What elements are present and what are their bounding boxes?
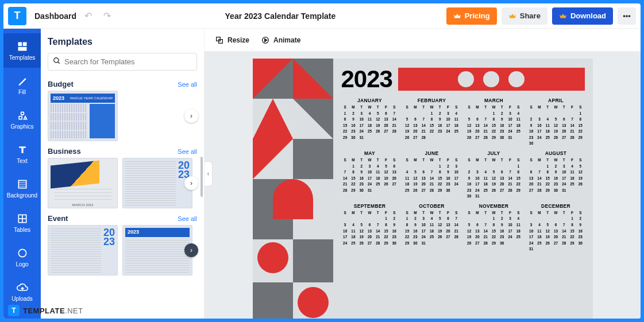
day-cell: 11 [365,117,373,123]
rail-label: Tables [14,227,30,233]
dow-header: S [452,210,460,216]
template-thumb[interactable]: 2023WHOLE YEAR CALENDAR [48,91,118,141]
day-cell: 6 [390,164,398,170]
day-cell: 10 [341,228,349,235]
seeall-event[interactable]: See all [178,215,197,222]
carousel-next-button[interactable]: › [184,176,198,190]
rail-label: Logo [16,261,28,267]
dow-header: W [365,157,373,164]
day-cell: 26 [411,188,419,194]
rail-item-uploads[interactable]: Uploads [3,274,41,309]
day-cell: 27 [498,188,506,194]
search-field[interactable] [64,57,192,66]
collapse-panel-button[interactable]: ‹ [205,161,213,187]
day-cell: 3 [365,164,373,170]
rail-item-text[interactable]: Text [3,137,41,171]
day-cell: 9 [390,222,398,228]
day-cell: 13 [419,176,427,182]
day-cell: 2 [576,216,584,222]
rail-label: Background [7,192,37,199]
search-templates-input[interactable] [48,53,197,71]
dow-header: S [514,157,522,164]
carousel-next-button[interactable]: › [184,243,198,257]
day-cell: 25 [481,188,489,194]
day-cell: 19 [465,234,473,240]
rail-item-fill[interactable]: Fill [3,68,41,102]
rail-item-graphics[interactable]: Graphics [3,102,41,137]
day-cell: 12 [465,228,473,235]
day-cell: 18 [365,123,373,129]
day-cell: 16 [411,228,419,235]
animate-button[interactable]: Animate [261,36,300,45]
crown-icon [453,12,461,20]
day-cell: 31 [357,135,365,141]
dow-header: S [403,104,411,111]
resize-button[interactable]: Resize [215,36,249,45]
day-cell: 4 [514,216,522,222]
redo-button[interactable]: ↷ [100,8,114,24]
more-button[interactable]: ••• [618,7,636,25]
rail-item-templates[interactable]: Templates [3,33,41,68]
day-cell: 31 [419,240,427,247]
day-cell: 5 [465,117,473,123]
day-cell: 1 [349,164,357,170]
document-title: Year 2023 Calendar Template [225,11,336,21]
download-button[interactable]: Download [552,7,613,25]
dow-header: M [535,104,543,111]
day-cell: 24 [357,129,365,135]
dow-header: T [481,157,489,164]
day-cell: 24 [506,234,514,240]
rail-item-background[interactable]: Background [3,171,41,205]
day-cell: 21 [419,129,427,135]
dow-header: T [543,104,552,111]
day-cell: 10 [444,117,452,123]
template-thumb[interactable]: 2023 [122,225,192,276]
month-name: SEPTEMBER [341,203,399,209]
day-cell: 4 [374,164,382,170]
pricing-button[interactable]: Pricing [446,7,497,25]
day-cell: 3 [473,169,481,176]
day-cell: 15 [403,228,411,235]
day-cell: 8 [514,169,522,176]
day-cell: 17 [527,234,535,240]
dow-header: F [382,104,390,111]
day-cell: 9 [436,117,444,123]
day-cell: 24 [527,240,535,247]
day-cell: 19 [382,176,390,182]
day-cell: 20 [473,129,481,135]
dow-header: S [390,210,398,216]
template-thumb[interactable]: 2023 [48,225,118,276]
undo-button[interactable]: ↶ [81,8,95,24]
day-cell: 22 [382,234,390,240]
rail-item-tables[interactable]: Tables [3,205,41,240]
dow-header: F [382,210,390,216]
seeall-business[interactable]: See all [178,148,197,155]
share-button[interactable]: Share [502,7,547,25]
dow-header: F [444,104,452,111]
day-cell: 30 [527,141,535,147]
day-cell: 13 [527,176,535,182]
day-cell: 28 [481,135,489,141]
calendar-design[interactable]: 2023 JANUARYSMTWTFS123456789101112131415… [253,59,593,319]
day-cell: 11 [349,228,357,235]
day-cell: 29 [403,240,411,247]
pricing-label: Pricing [465,11,490,20]
dashboard-link[interactable]: Dashboard [34,11,76,21]
app-logo[interactable]: T [8,7,26,25]
month-name: OCTOBER [403,203,461,209]
template-thumb[interactable]: 2023 [122,158,192,208]
day-cell: 13 [473,123,481,129]
dow-header: S [341,157,349,164]
day-cell: 25 [543,135,552,141]
carousel-next-button[interactable]: › [184,109,198,123]
dow-header: S [465,104,473,111]
day-cell: 25 [374,181,382,188]
dow-header: S [403,157,411,164]
day-cell: 2 [498,216,506,222]
seeall-budget[interactable]: See all [178,81,197,88]
day-cell: 27 [382,129,390,135]
day-cell: 3 [506,111,514,117]
panel-scrollbar[interactable] [200,157,203,197]
template-thumb[interactable]: MARCH 2022 [48,158,118,208]
rail-item-logo[interactable]: Logo [3,240,41,274]
